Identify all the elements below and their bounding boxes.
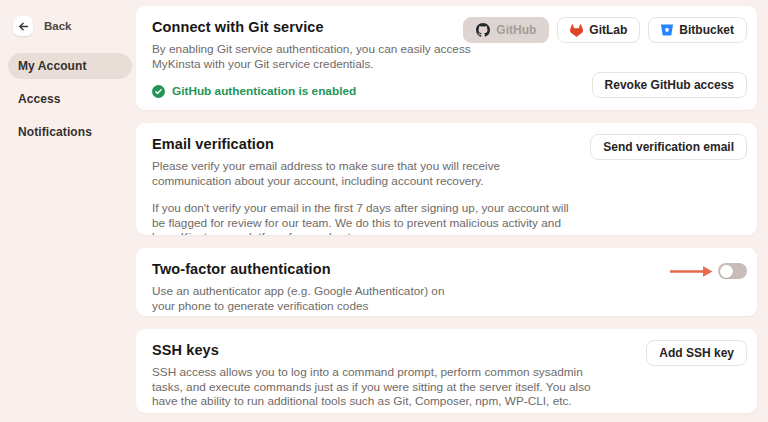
git-status-text: GitHub authentication is enabled bbox=[172, 84, 356, 98]
bitbucket-provider-button[interactable]: Bitbucket bbox=[648, 17, 747, 43]
bitbucket-provider-label: Bitbucket bbox=[679, 23, 734, 37]
sidebar-nav: My Account Access Notifications bbox=[0, 53, 136, 145]
annotation-arrow-icon bbox=[669, 265, 713, 278]
revoke-github-access-button[interactable]: Revoke GitHub access bbox=[592, 72, 747, 98]
bitbucket-icon bbox=[661, 24, 673, 36]
git-provider-buttons: GitHub GitLab Bitbucket bbox=[463, 17, 747, 43]
sidebar: Back My Account Access Notifications bbox=[0, 0, 136, 422]
sidebar-item-access[interactable]: Access bbox=[8, 86, 132, 112]
back-label: Back bbox=[44, 20, 72, 32]
two-factor-toggle[interactable] bbox=[718, 263, 747, 279]
email-paragraph-2: If you don't verify your email in the fi… bbox=[152, 201, 576, 235]
ssh-keys-card: SSH keys Add SSH key SSH access allows y… bbox=[136, 329, 757, 413]
add-ssh-key-button[interactable]: Add SSH key bbox=[646, 340, 747, 366]
check-circle-icon bbox=[152, 85, 165, 98]
sidebar-item-notifications[interactable]: Notifications bbox=[8, 119, 132, 145]
github-icon bbox=[476, 23, 490, 37]
github-provider-label: GitHub bbox=[496, 23, 536, 37]
sidebar-item-my-account[interactable]: My Account bbox=[8, 53, 132, 79]
email-paragraph-1: Please verify your email address to make… bbox=[152, 159, 576, 188]
ssh-card-description: SSH access allows you to log into a comm… bbox=[152, 365, 604, 409]
twofa-card-description: Use an authenticator app (e.g. Google Au… bbox=[152, 284, 464, 313]
github-provider-button[interactable]: GitHub bbox=[463, 17, 549, 43]
gitlab-provider-label: GitLab bbox=[589, 23, 627, 37]
twofa-card-title: Two-factor authentication bbox=[152, 261, 741, 277]
git-service-card: Connect with Git service GitHub GitLab B… bbox=[136, 6, 757, 110]
twofa-controls bbox=[669, 263, 747, 279]
git-card-description: By enabling Git service authentication, … bbox=[152, 42, 476, 71]
email-verification-card: Email verification Send verification ema… bbox=[136, 123, 757, 235]
gitlab-provider-button[interactable]: GitLab bbox=[557, 17, 640, 43]
toggle-knob bbox=[720, 265, 733, 278]
gitlab-icon bbox=[570, 24, 583, 37]
back-button[interactable]: Back bbox=[13, 16, 136, 36]
main-content: Connect with Git service GitHub GitLab B… bbox=[136, 0, 768, 422]
send-verification-email-button[interactable]: Send verification email bbox=[590, 134, 747, 160]
back-arrow-icon bbox=[13, 16, 33, 36]
two-factor-card: Two-factor authentication Use an authent… bbox=[136, 248, 757, 316]
